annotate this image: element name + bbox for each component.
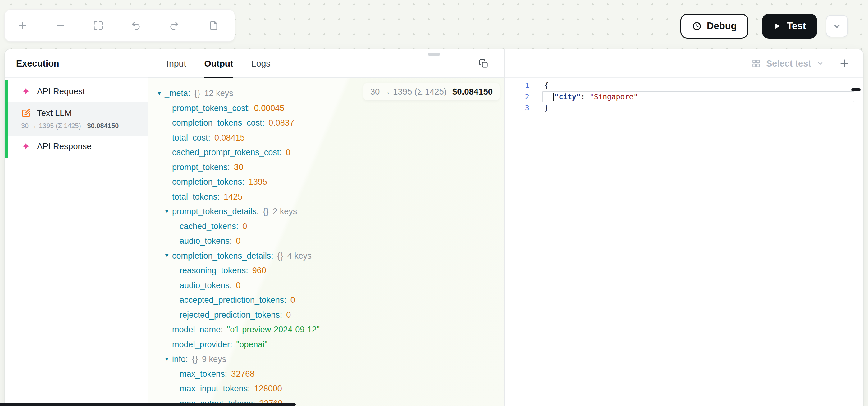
code-line-text: { xyxy=(542,80,854,91)
tab-logs[interactable]: Logs xyxy=(251,50,271,78)
json-value: 128000 xyxy=(254,384,282,394)
test-button-label: Test xyxy=(787,21,806,32)
flow-canvas: Debug Test Execution API RequestText LLM… xyxy=(0,0,868,406)
line-number: 1 xyxy=(504,80,529,91)
debug-button[interactable]: Debug xyxy=(680,14,748,38)
json-tree-row: model_name:"o1-preview-2024-09-12" xyxy=(149,322,504,337)
plus-icon xyxy=(838,58,850,69)
json-tree: ▼_meta:{}12 keysprompt_tokens_cost:0.000… xyxy=(149,78,504,406)
tab-label: Logs xyxy=(251,58,271,69)
execution-item-label: API Response xyxy=(37,141,92,151)
execution-item-api-request[interactable]: API Request xyxy=(5,81,148,102)
token-summary: 30 → 1395 (Σ 1425) xyxy=(21,122,81,130)
json-key: cached_prompt_tokens_cost: xyxy=(172,148,282,157)
json-tree-row: accepted_prediction_tokens:0 xyxy=(149,293,504,308)
collapse-toggle-icon[interactable]: ▼ xyxy=(155,90,163,97)
object-braces-icon: {} xyxy=(263,207,269,216)
execution-item-label: Text LLM xyxy=(37,108,72,118)
note-button[interactable] xyxy=(208,20,220,31)
json-value: 32768 xyxy=(231,369,254,379)
sparkle-icon xyxy=(21,87,31,96)
zoom-out-icon xyxy=(55,20,66,31)
code-line-text: } xyxy=(542,102,854,113)
json-value: 0 xyxy=(236,281,241,290)
json-tree-row: ▼prompt_tokens_details:{}2 keys xyxy=(149,204,504,219)
object-braces-icon: {} xyxy=(192,354,198,364)
execution-item-row: API Request xyxy=(5,81,148,102)
code-line-1[interactable]: 1{ xyxy=(504,80,863,91)
zoom-out-button[interactable] xyxy=(54,20,66,31)
json-value: 1395 xyxy=(249,177,267,187)
line-number: 2 xyxy=(504,91,529,102)
collapse-toggle-icon[interactable]: ▼ xyxy=(163,208,171,215)
json-key: rejected_prediction_tokens: xyxy=(180,310,282,320)
json-tree-row: max_input_tokens:128000 xyxy=(149,381,504,396)
json-tree-row: reasoning_tokens:960 xyxy=(149,263,504,278)
json-value: 0 xyxy=(236,236,241,246)
json-key: prompt_tokens_details: xyxy=(172,207,259,216)
json-key: audio_tokens: xyxy=(180,281,232,290)
json-key: model_name: xyxy=(172,325,223,335)
key-count: 2 keys xyxy=(273,207,297,216)
execution-item-row: Text LLM xyxy=(5,102,148,124)
run-controls: Debug Test xyxy=(680,14,848,38)
json-tree-row: max_tokens:32768 xyxy=(149,367,504,382)
test-panel: Select test 1{2 "city": "Singapore"3} xyxy=(504,50,863,406)
collapse-toggle-icon[interactable]: ▼ xyxy=(163,253,171,259)
json-tree-row: model_provider:"openai" xyxy=(149,337,504,352)
json-key: total_cost: xyxy=(172,133,210,143)
json-tree-row: ▼info:{}9 keys xyxy=(149,352,504,367)
json-tree-row: rejected_prediction_tokens:0 xyxy=(149,308,504,323)
redo-button[interactable] xyxy=(168,20,180,31)
token-stats-badge: 30 → 1395 (Σ 1425) $0.084150 xyxy=(364,83,500,100)
test-button[interactable]: Test xyxy=(762,14,817,38)
json-key: info: xyxy=(172,354,188,364)
json-tree-row: cached_tokens:0 xyxy=(149,219,504,234)
collapse-toggle-icon[interactable]: ▼ xyxy=(163,356,171,362)
fit-view-button[interactable] xyxy=(92,20,104,31)
copy-output-button[interactable] xyxy=(477,57,490,70)
execution-item-text-llm[interactable]: Text LLM30 → 1395 (Σ 1425)$0.084150 xyxy=(5,102,148,136)
zoom-in-button[interactable] xyxy=(17,20,28,31)
json-key: completion_tokens_details: xyxy=(172,251,273,261)
add-test-button[interactable] xyxy=(838,57,851,70)
json-value: 0.08415 xyxy=(214,133,245,143)
horizontal-scrollbar-thumb[interactable] xyxy=(0,403,296,406)
code-editor[interactable]: 1{2 "city": "Singapore"3} xyxy=(504,78,863,406)
tab-input[interactable]: Input xyxy=(166,50,186,78)
json-value: 0 xyxy=(286,310,291,320)
json-key: audio_tokens: xyxy=(180,236,232,246)
debug-button-label: Debug xyxy=(707,21,737,32)
json-key: model_provider: xyxy=(172,340,232,349)
code-line-2[interactable]: 2 "city": "Singapore" xyxy=(504,91,863,102)
execution-panel: Execution API RequestText LLM30 → 1395 (… xyxy=(5,50,149,406)
object-braces-icon: {} xyxy=(194,89,201,98)
undo-button[interactable] xyxy=(130,20,142,31)
grid-icon xyxy=(751,59,761,68)
json-tree-row: audio_tokens:0 xyxy=(149,234,504,249)
json-key: cached_tokens: xyxy=(180,222,238,231)
test-options-button[interactable] xyxy=(826,15,848,37)
vertical-scrollbar-thumb[interactable] xyxy=(851,88,861,91)
panel-resize-handle[interactable] xyxy=(428,53,440,56)
text-edit-icon xyxy=(21,109,31,118)
json-value: {}2 keys xyxy=(263,207,297,216)
json-key: completion_tokens_cost: xyxy=(172,118,265,128)
execution-item-api-response[interactable]: API Response xyxy=(5,136,148,157)
tab-output[interactable]: Output xyxy=(204,50,233,78)
note-icon xyxy=(209,20,219,31)
execution-title-text: Execution xyxy=(16,58,59,69)
select-test-label: Select test xyxy=(766,58,811,69)
json-value: 30 xyxy=(234,163,243,172)
json-key: completion_tokens: xyxy=(172,177,245,187)
undo-icon xyxy=(131,20,141,31)
code-line-3[interactable]: 3} xyxy=(504,102,863,113)
code-line-text: "city": "Singapore" xyxy=(542,91,854,102)
json-value: 960 xyxy=(252,266,266,276)
execution-item-row: API Response xyxy=(5,136,148,157)
json-tree-row: total_cost:0.08415 xyxy=(149,130,504,145)
json-value: 0.00045 xyxy=(254,104,285,113)
json-key: max_input_tokens: xyxy=(180,384,250,394)
select-test-dropdown[interactable]: Select test xyxy=(751,58,824,69)
zoom-in-icon xyxy=(17,20,28,31)
